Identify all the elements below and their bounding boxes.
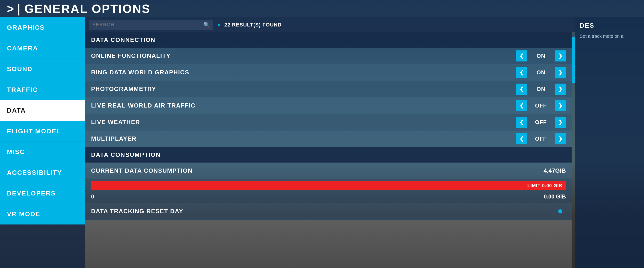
photogrammetry-prev[interactable]: ❮ bbox=[516, 84, 527, 95]
scrollbar-track[interactable] bbox=[572, 32, 575, 268]
setting-live-air-traffic: LIVE REAL-WORLD AIR TRAFFIC ❮ OFF ❯ bbox=[85, 97, 572, 114]
sidebar: GRAPHICS CAMERA SOUND TRAFFIC DATA FLIGH… bbox=[0, 17, 85, 268]
reset-day-row: DATA TRACKING RESET DAY bbox=[85, 203, 572, 220]
limit-gib: 0.00 GiB bbox=[544, 193, 566, 200]
live-weather-control: ❮ OFF ❯ bbox=[516, 117, 566, 128]
sidebar-item-sound[interactable]: SOUND bbox=[0, 59, 85, 79]
general-options-title: GENERAL OPTIONS bbox=[24, 2, 150, 16]
photogrammetry-value: ON bbox=[527, 86, 555, 92]
photogrammetry-next[interactable]: ❯ bbox=[555, 84, 566, 95]
consumption-label: CURRENT DATA CONSUMPTION bbox=[91, 167, 544, 174]
results-text: 22 RESULT(S) FOUND bbox=[224, 22, 282, 28]
header-arrow: > bbox=[7, 2, 14, 16]
search-icon: 🔍 bbox=[203, 22, 210, 28]
limit-row: 0 0.00 GiB bbox=[85, 190, 572, 203]
header: > | GENERAL OPTIONS bbox=[0, 0, 644, 17]
live-air-traffic-value: OFF bbox=[527, 103, 555, 109]
live-weather-prev[interactable]: ❮ bbox=[516, 117, 527, 128]
bing-data-next[interactable]: ❯ bbox=[555, 67, 566, 78]
setting-photogrammetry: PHOTOGRAMMETRY ❮ ON ❯ bbox=[85, 81, 572, 97]
live-air-traffic-prev[interactable]: ❮ bbox=[516, 100, 527, 111]
multiplayer-prev[interactable]: ❮ bbox=[516, 133, 527, 144]
section-data-consumption: DATA CONSUMPTION bbox=[85, 147, 572, 162]
setting-multiplayer: MULTIPLAYER ❮ OFF ❯ bbox=[85, 131, 572, 147]
live-air-traffic-next[interactable]: ❯ bbox=[555, 100, 566, 111]
settings-list: DATA CONNECTION ONLINE FUNCTIONALITY ❮ O… bbox=[85, 32, 572, 268]
live-weather-value: OFF bbox=[527, 119, 555, 126]
sidebar-item-traffic[interactable]: TRAFFIC bbox=[0, 79, 85, 100]
multiplayer-next[interactable]: ❯ bbox=[555, 133, 566, 144]
search-input[interactable] bbox=[92, 22, 203, 27]
progress-bar-outer: LIMIT 0.00 GIB bbox=[91, 181, 566, 190]
bing-data-value: ON bbox=[527, 69, 555, 76]
setting-online-functionality: ONLINE FUNCTIONALITY ❮ ON ❯ bbox=[85, 48, 572, 64]
progress-bar-label: LIMIT 0.00 GIB bbox=[527, 183, 562, 188]
reset-day-label: DATA TRACKING RESET DAY bbox=[91, 208, 558, 215]
progress-bar-row: LIMIT 0.00 GIB bbox=[85, 179, 572, 190]
multiplayer-control: ❮ OFF ❯ bbox=[516, 133, 566, 144]
online-functionality-prev[interactable]: ❮ bbox=[516, 50, 527, 61]
section-data-connection: DATA CONNECTION bbox=[85, 32, 572, 48]
multiplayer-value: OFF bbox=[527, 135, 555, 142]
online-functionality-value: ON bbox=[527, 53, 555, 59]
description-text: Set a track mete on a bbox=[580, 33, 640, 40]
main-container: GRAPHICS CAMERA SOUND TRAFFIC DATA FLIGH… bbox=[0, 17, 644, 268]
search-bar: 🔍 ► 22 RESULT(S) FOUND bbox=[85, 17, 575, 32]
online-functionality-control: ❮ ON ❯ bbox=[516, 50, 566, 61]
sidebar-item-graphics[interactable]: GRAPHICS bbox=[0, 17, 85, 38]
reset-day-dot bbox=[558, 209, 562, 213]
results-found: ► 22 RESULT(S) FOUND bbox=[217, 22, 282, 28]
sidebar-item-flight-model[interactable]: FLIGHT MODEL bbox=[0, 121, 85, 141]
photogrammetry-control: ❮ ON ❯ bbox=[516, 84, 566, 95]
live-weather-next[interactable]: ❯ bbox=[555, 117, 566, 128]
scrollbar-thumb bbox=[572, 37, 575, 83]
consumption-value: 4.47GIB bbox=[544, 167, 566, 174]
live-air-traffic-control: ❮ OFF ❯ bbox=[516, 100, 566, 111]
page-title: > | GENERAL OPTIONS bbox=[7, 2, 150, 16]
sidebar-item-data[interactable]: DATA bbox=[0, 100, 85, 121]
bing-data-prev[interactable]: ❮ bbox=[516, 67, 527, 78]
sidebar-item-misc[interactable]: MISC bbox=[0, 141, 85, 162]
results-arrow: ► bbox=[217, 22, 222, 28]
search-wrapper: 🔍 bbox=[89, 20, 213, 30]
sidebar-item-vr-mode[interactable]: VR MODE bbox=[0, 204, 85, 225]
reset-day-control bbox=[558, 209, 566, 213]
setting-bing-data: BING DATA WORLD GRAPHICS ❮ ON ❯ bbox=[85, 64, 572, 81]
current-data-consumption-row: CURRENT DATA CONSUMPTION 4.47GIB bbox=[85, 162, 572, 179]
sidebar-item-camera[interactable]: CAMERA bbox=[0, 38, 85, 59]
limit-zero: 0 bbox=[91, 193, 544, 200]
description-title: DES bbox=[580, 22, 640, 29]
progress-bar-inner bbox=[91, 181, 566, 190]
setting-live-weather: LIVE WEATHER ❮ OFF ❯ bbox=[85, 114, 572, 131]
sidebar-item-developers[interactable]: DEVELOPERS bbox=[0, 183, 85, 204]
content-panel: 🔍 ► 22 RESULT(S) FOUND DATA CONNECTION O… bbox=[85, 17, 575, 268]
sidebar-item-accessibility[interactable]: ACCESSIBILITY bbox=[0, 162, 85, 183]
online-functionality-next[interactable]: ❯ bbox=[555, 50, 566, 61]
bing-data-control: ❮ ON ❯ bbox=[516, 67, 566, 78]
description-panel: DES Set a track mete on a bbox=[575, 17, 644, 268]
header-divider: | bbox=[17, 2, 21, 16]
